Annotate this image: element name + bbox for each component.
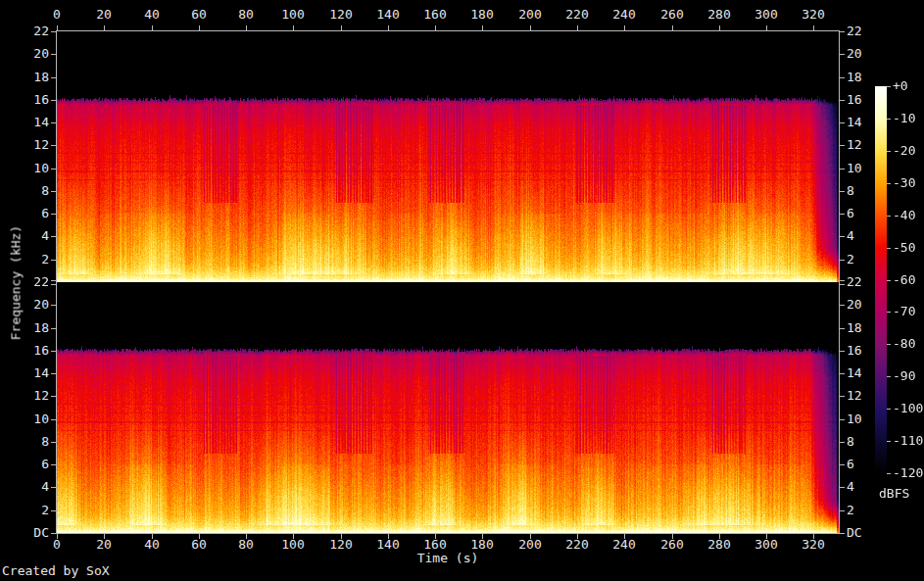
freq-tick-label-left: 16: [0, 93, 49, 107]
x-tick-label-top: 200: [506, 8, 555, 22]
x-tick-label-bottom: 200: [506, 538, 555, 552]
freq-tick-right: [840, 169, 845, 169]
x-tick-label-top: 280: [695, 8, 744, 22]
sox-spectrogram-window: 0020204040606080801001001201201401401601…: [0, 0, 924, 581]
x-tick-label-bottom: 60: [174, 538, 223, 552]
spectrogram-canvas: [57, 31, 839, 533]
freq-tick-right: [840, 236, 845, 237]
freq-tick-label-right: 20: [847, 47, 886, 61]
freq-tick-label-left: 14: [0, 116, 49, 129]
freq-tick-label-left: 12: [0, 138, 49, 152]
freq-tick-left: [51, 31, 56, 32]
freq-tick-right: [840, 284, 845, 285]
freq-tick-label-right: 22: [847, 24, 886, 38]
x-tick-top: [577, 25, 578, 30]
x-tick-top: [152, 25, 153, 30]
freq-tick-left: [51, 396, 56, 397]
x-tick-label-bottom: 140: [364, 538, 413, 552]
plot-border-bottom: [56, 533, 840, 534]
x-tick-label-bottom: 20: [79, 538, 128, 552]
colorbar-tick-label: -120: [893, 466, 924, 480]
freq-tick-left: [51, 533, 56, 534]
x-tick-top: [813, 25, 814, 30]
x-tick-label-bottom: 0: [32, 538, 81, 552]
x-axis-title: Time (s): [389, 552, 507, 565]
freq-tick-left: [51, 260, 56, 261]
freq-tick-label-left: 2: [0, 253, 49, 266]
freq-tick-label-left: 6: [0, 458, 49, 471]
x-tick-label-top: 320: [789, 8, 838, 22]
colorbar-tick-label: -70: [893, 305, 924, 318]
freq-tick-label-left: 12: [0, 389, 49, 403]
freq-tick-right: [840, 419, 845, 420]
freq-tick-right: [840, 533, 845, 534]
colorbar-tick: [887, 183, 891, 184]
colorbar-tick: [887, 216, 891, 217]
colorbar-tick-label: -50: [893, 241, 924, 255]
freq-tick-label-left: 10: [0, 162, 49, 175]
freq-tick-label-right: 2: [847, 504, 886, 517]
freq-tick-label-left: DC: [0, 526, 49, 540]
freq-tick-left: [51, 54, 56, 55]
freq-tick-left: [51, 191, 56, 192]
colorbar-tick: [887, 280, 891, 281]
colorbar-tick-label: -110: [893, 434, 924, 448]
freq-tick-label-left: 8: [0, 184, 49, 198]
x-tick-label-top: 180: [458, 8, 507, 22]
x-tick-top: [482, 25, 483, 30]
x-tick-label-bottom: 80: [221, 538, 270, 552]
freq-tick-right: [840, 77, 845, 78]
colorbar-tick: [887, 119, 891, 120]
freq-tick-label-left: 6: [0, 207, 49, 220]
x-tick-top: [104, 25, 105, 30]
colorbar-tick-label: -10: [893, 112, 924, 125]
x-tick-label-top: 220: [553, 8, 602, 22]
freq-tick-left: [51, 351, 56, 352]
colorbar-gradient: [875, 86, 887, 473]
freq-tick-right: [840, 191, 845, 192]
x-tick-label-bottom: 320: [789, 538, 838, 552]
freq-tick-right: [840, 280, 845, 281]
plot-border-left: [56, 30, 57, 534]
freq-tick-label-left: 18: [0, 321, 49, 335]
x-tick-top: [57, 25, 58, 30]
x-tick-label-top: 120: [316, 8, 365, 22]
freq-tick-left: [51, 328, 56, 329]
freq-tick-left: [51, 280, 56, 281]
x-tick-top: [293, 25, 294, 30]
freq-tick-label-left: 18: [0, 71, 49, 84]
colorbar-tick: [887, 409, 891, 410]
x-tick-label-top: 100: [268, 8, 317, 22]
freq-tick-left: [51, 487, 56, 488]
freq-tick-right: [840, 260, 845, 261]
colorbar-tick: [887, 376, 891, 377]
colorbar-tick: [887, 151, 891, 152]
freq-tick-left: [51, 214, 56, 215]
freq-tick-right: [840, 145, 845, 146]
freq-tick-label-right: DC: [847, 526, 886, 540]
freq-tick-left: [51, 419, 56, 420]
colorbar-tick-label: -100: [893, 402, 924, 415]
freq-tick-right: [840, 351, 845, 352]
colorbar-tick: [887, 473, 891, 474]
x-tick-label-top: 300: [742, 8, 791, 22]
freq-tick-right: [840, 54, 845, 55]
x-tick-top: [341, 25, 342, 30]
x-tick-label-top: 20: [79, 8, 128, 22]
freq-tick-right: [840, 31, 845, 32]
freq-tick-right: [840, 305, 845, 306]
y-axis-title: Frequency (kHz): [9, 185, 24, 381]
colorbar-tick: [887, 248, 891, 249]
freq-tick-label-left: 20: [0, 47, 49, 61]
freq-tick-left: [51, 373, 56, 374]
freq-tick-left: [51, 510, 56, 511]
plot-border-right: [839, 30, 840, 534]
x-tick-top: [530, 25, 531, 30]
x-tick-top: [672, 25, 673, 30]
x-tick-label-bottom: 220: [553, 538, 602, 552]
x-tick-label-top: 240: [600, 8, 649, 22]
freq-tick-left: [51, 77, 56, 78]
plot-border-top: [56, 30, 840, 31]
freq-tick-label-left: 8: [0, 435, 49, 449]
x-tick-label-top: 0: [32, 8, 81, 22]
